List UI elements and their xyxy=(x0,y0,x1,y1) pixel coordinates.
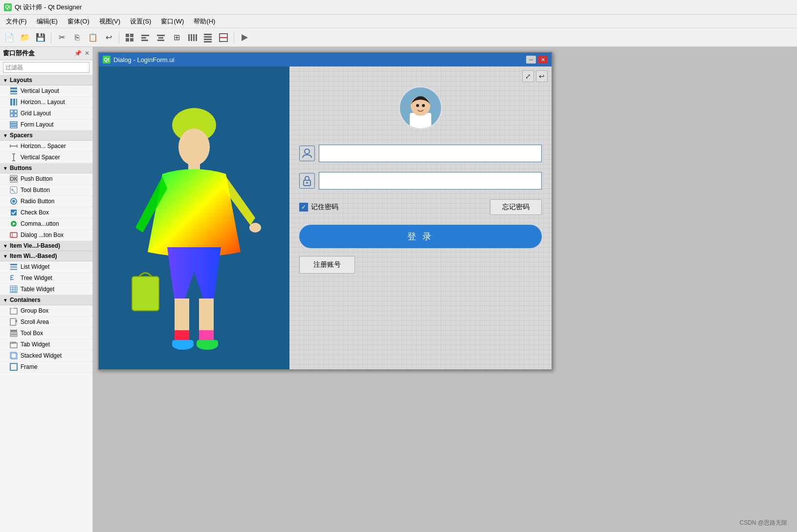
svg-rect-12 xyxy=(193,34,195,41)
sidebar-item-frame[interactable]: Frame xyxy=(0,362,92,373)
toolbar-paste[interactable]: 📋 xyxy=(86,31,100,44)
canvas-area: Qt Dialog - LoginForm.ui ─ ✕ xyxy=(93,47,797,532)
section-spacers[interactable]: ▼ Spacers xyxy=(0,130,92,141)
sidebar-item-scroll-area[interactable]: Scroll Area xyxy=(0,317,92,328)
remember-label[interactable]: ✓ 记住密码 xyxy=(299,203,338,212)
section-buttons[interactable]: ▼ Buttons xyxy=(0,163,92,173)
sidebar-close-icon[interactable]: ✕ xyxy=(85,50,89,57)
stacked-widget-icon xyxy=(10,352,18,360)
svg-point-96 xyxy=(305,149,310,154)
svg-rect-67 xyxy=(16,320,17,322)
remember-checkbox[interactable]: ✓ xyxy=(299,203,308,212)
menu-windows[interactable]: 窗口(W) xyxy=(157,16,188,27)
sidebar-item-horizontal-spacer[interactable]: Horizon... Spacer xyxy=(0,141,92,152)
svg-rect-15 xyxy=(204,36,212,38)
section-layouts[interactable]: ▼ Layouts xyxy=(0,75,92,85)
sidebar-item-table-widget[interactable]: Table Widget xyxy=(0,284,92,295)
toolbar-distribute[interactable]: ⊞ xyxy=(169,31,184,44)
sidebar-item-vertical-layout[interactable]: Vertical Layout xyxy=(0,85,92,97)
scroll-area-icon xyxy=(10,318,18,326)
toolbar: 📄 📁 💾 ✂ ⎘ 📋 ↩ ⊞ xyxy=(0,28,797,47)
toolbar-layout-h[interactable] xyxy=(185,31,199,44)
menu-file[interactable]: 文件(F) xyxy=(2,16,31,27)
svg-rect-70 xyxy=(10,335,17,337)
toolbar-open[interactable]: 📁 xyxy=(18,31,32,44)
section-item-widgets[interactable]: ▼ Item Wi...-Based) xyxy=(0,251,92,261)
toolbar-preview[interactable] xyxy=(237,31,252,44)
toolbar-cut[interactable]: ✂ xyxy=(54,31,69,44)
sidebar-item-grid-layout[interactable]: Grid Layout xyxy=(0,108,92,119)
stacked-widget-label: Stacked Widget xyxy=(21,352,62,359)
svg-rect-13 xyxy=(196,34,197,41)
sidebar-item-horizontal-layout[interactable]: Horizon... Layout xyxy=(0,97,92,108)
toolbar-break-layout[interactable] xyxy=(216,31,231,44)
svg-rect-30 xyxy=(14,114,17,117)
section-item-views[interactable]: ▼ Item Vie...l-Based) xyxy=(0,241,92,251)
toolbar-widget-editor[interactable] xyxy=(122,31,137,44)
check-box-icon xyxy=(10,209,18,216)
svg-rect-88 xyxy=(132,277,159,311)
toolbar-save[interactable]: 💾 xyxy=(33,31,48,44)
forget-password-button[interactable]: 忘记密码 xyxy=(490,199,542,215)
section-buttons-label: Buttons xyxy=(10,165,32,171)
frame-icon xyxy=(10,363,18,371)
sidebar-item-push-button[interactable]: OK Push Button xyxy=(0,173,92,185)
sidebar-item-group-box[interactable]: --- Group Box xyxy=(0,305,92,317)
menu-settings[interactable]: 设置(S) xyxy=(126,16,155,27)
svg-point-94 xyxy=(416,104,419,107)
sidebar-item-tab-widget[interactable]: Tab Widget xyxy=(0,339,92,350)
menu-edit[interactable]: 编辑(E) xyxy=(33,16,62,27)
push-button-icon: OK xyxy=(10,175,18,183)
register-button[interactable]: 注册账号 xyxy=(299,256,355,274)
menu-help[interactable]: 帮助(H) xyxy=(190,16,219,27)
svg-rect-22 xyxy=(10,90,17,92)
section-containers[interactable]: ▼ Containers xyxy=(0,295,92,305)
svg-rect-44 xyxy=(11,210,17,215)
sidebar-item-radio-button[interactable]: Radio Button xyxy=(0,196,92,207)
menu-window[interactable]: 窗体(O) xyxy=(64,16,93,27)
password-field-row xyxy=(299,172,542,190)
sidebar-item-form-layout[interactable]: Form Layout xyxy=(0,119,92,130)
svg-rect-7 xyxy=(157,35,165,36)
username-input[interactable] xyxy=(319,145,542,162)
panel-expand-icon[interactable]: ⤢ xyxy=(522,70,534,82)
toolbar-align-left[interactable] xyxy=(138,31,153,44)
toolbar-undo[interactable]: ↩ xyxy=(101,31,116,44)
vertical-spacer-label: Vertical Spacer xyxy=(21,154,60,161)
dialog-button-icon xyxy=(10,231,18,239)
avatar-svg xyxy=(400,87,441,128)
sidebar-item-stacked-widget[interactable]: Stacked Widget xyxy=(0,350,92,362)
sidebar-item-list-widget[interactable]: List Widget xyxy=(0,261,92,273)
filter-input[interactable] xyxy=(3,62,89,73)
toolbar-copy[interactable]: ⎘ xyxy=(70,31,85,44)
toolbar-layout-v[interactable] xyxy=(200,31,215,44)
sidebar-pin-icon[interactable]: 📌 xyxy=(74,50,82,57)
sidebar-item-vertical-spacer[interactable]: Vertical Spacer xyxy=(0,152,92,163)
toolbar-align-center[interactable] xyxy=(154,31,168,44)
section-item-views-arrow: ▼ xyxy=(3,243,8,249)
sidebar-item-tree-widget[interactable]: Tree Widget xyxy=(0,273,92,284)
table-widget-icon xyxy=(10,285,18,293)
login-button[interactable]: 登 录 xyxy=(299,225,542,248)
sidebar-item-check-box[interactable]: Check Box xyxy=(0,207,92,218)
designer-window-title: Dialog - LoginForm.ui xyxy=(113,56,523,64)
sidebar-item-dialog-button[interactable]: Dialog ...ton Box xyxy=(0,230,92,241)
scroll-area-label: Scroll Area xyxy=(21,319,49,325)
svg-rect-51 xyxy=(10,269,17,270)
toolbar-new[interactable]: 📄 xyxy=(2,31,17,44)
window-close-button[interactable]: ✕ xyxy=(538,56,548,64)
horizontal-spacer-label: Horizon... Spacer xyxy=(21,143,66,149)
window-minimize-button[interactable]: ─ xyxy=(526,56,536,64)
sidebar-item-command-button[interactable]: Comma...utton xyxy=(0,218,92,230)
tree-widget-icon xyxy=(10,274,18,282)
sidebar-item-tool-button[interactable]: 🔧 Tool Button xyxy=(0,185,92,196)
register-row: 注册账号 xyxy=(299,256,542,274)
sidebar-item-tool-box[interactable]: Tool Box xyxy=(0,328,92,339)
tool-box-label: Tool Box xyxy=(21,330,43,337)
tool-button-label: Tool Button xyxy=(21,187,50,193)
svg-rect-1 xyxy=(130,34,133,37)
password-input[interactable] xyxy=(319,172,542,190)
svg-rect-85 xyxy=(172,340,194,346)
panel-restore-icon[interactable]: ↩ xyxy=(536,70,548,82)
menu-view[interactable]: 视图(V) xyxy=(95,16,124,27)
